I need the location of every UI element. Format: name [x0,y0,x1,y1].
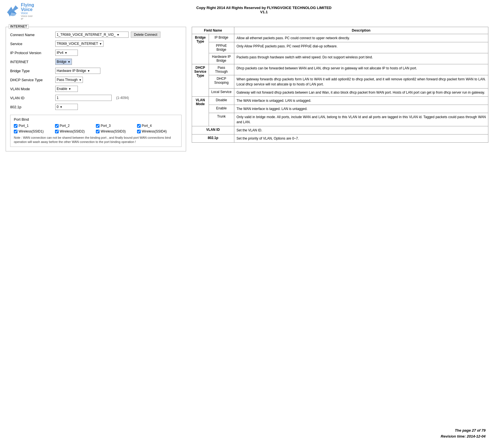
ip-protocol-label: IP Protocol Version [10,51,55,55]
dhcp-service-row: DHCP Service Type Pass Through ▼ [10,76,182,83]
table-row: Enable The WAN interface is tagged. LAN … [192,105,488,113]
dot1p-label: 802.1p [10,105,55,109]
footer-line1: The page 27 of 79 [441,428,486,434]
internet-label: INTERNET [10,60,55,64]
left-panel: INTERNET Connect Name 1_TR069_VOICE_INTE… [6,27,186,151]
local-service-cell: Local Service [209,89,234,97]
ip-protocol-value: IPv4 [57,51,63,55]
table-row: VLAN ID Set the VLAN ID. [192,126,488,134]
logo-flying-text: Flying Voice [21,3,34,12]
table-row: VLANMode Disable The WAN interface is un… [192,97,488,105]
delete-connect-button[interactable]: Delete Connect [131,32,160,38]
ip-bridge-desc: Allow all ethernet packets pass. PC coul… [234,34,488,42]
vlan-mode-value: Enable [57,87,67,91]
dot1p-select[interactable]: 0 ▼ [55,104,78,110]
ip-protocol-control: IPv4 ▼ [55,50,78,56]
local-service-desc: Gateway will not forward dhcp packets be… [234,89,488,97]
vlan-mode-row: VLAN Mode Enable ▼ [10,85,182,92]
ssid4-label: Wireless(SSID4) [142,129,167,133]
svg-point-1 [9,12,16,16]
ssid1-checkbox[interactable] [14,130,17,133]
dhcp-snooping-desc: When gateway forwards dhcp packets form … [234,75,488,89]
dhcp-service-select[interactable]: Pass Through ▼ [55,77,83,83]
ip-protocol-select[interactable]: IPv4 ▼ [55,50,78,56]
form-legend: INTERNET [9,24,28,29]
dhcp-snooping-cell: DHCP Snooping [209,75,234,89]
vlan-id-range: (1-4094) [116,96,129,100]
enable-desc: The WAN interface is tagged. LAN is unta… [234,105,488,113]
ssid4-item: Wireless(SSID4) [137,129,178,133]
ssid2-label: Wireless(SSID2) [60,129,85,133]
select-arrow-icon2: ▼ [99,42,102,45]
port1-checkbox[interactable] [14,124,17,128]
dhcp-service-control: Pass Through ▼ [55,77,83,83]
select-arrow-icon6: ▼ [79,78,82,81]
port-bind-note: Note : WAN connection can not be shared … [14,136,178,144]
vlan-mode-label: VLAN Mode [10,87,55,91]
port3-checkbox[interactable] [96,124,100,128]
connect-name-row: Connect Name 1_TR069_VOICE_INTERNET_R_VI… [10,31,182,38]
bridge-type-label: Bridge Type [10,69,55,73]
ssid1-label: Wireless(SSID1) [19,129,44,133]
logo-bird-icon [6,4,20,19]
dhcp-service-group-cell: DHCPServiceType [192,64,209,97]
port3-label: Port_3 [101,124,111,128]
ssid2-checkbox[interactable] [55,130,59,133]
ip-protocol-row: IP Protocol Version IPv4 ▼ [10,49,182,56]
logo-text-area: Flying Voice Voice Voice over IP [21,3,34,20]
dot1p-value: 0 [57,105,59,109]
pppoe-bridge-cell: PPPoE Bridge [209,42,234,53]
ssid3-checkbox[interactable] [96,130,100,133]
bridge-type-group-cell: BridgeType [192,34,209,64]
logo-tagline-text: Voice over IP [21,15,34,20]
port-bind-grid: Port_1 Port_2 Port_3 Port_4 [14,124,178,133]
ssid2-item: Wireless(SSID2) [55,129,96,133]
internet-row: INTERNET Bridge ▼ [10,58,182,65]
enable-cell: Enable [209,105,234,113]
table-row: Trunk Only valid in bridge mode. All por… [192,113,488,126]
select-arrow-icon7: ▼ [68,87,71,91]
col-description: Description [234,27,488,34]
version-text: V1.1 [39,10,488,14]
select-arrow-icon: ▼ [117,33,120,36]
ssid4-checkbox[interactable] [137,130,141,133]
trunk-desc: Only valid in bridge mode. All ports, in… [234,113,488,126]
dot1p-desc: Set the priority of VLAN, Options are 0~… [234,134,488,143]
table-row: Local Service Gateway will not forward d… [192,89,488,97]
info-table: Field Name Description BridgeType IP Bri… [192,27,488,143]
connect-name-label: Connect Name [10,33,55,37]
port4-item: Port_4 [137,124,178,128]
dot1p-row: 802.1p 0 ▼ [10,103,182,110]
connect-name-value: 1_TR069_VOICE_INTERNET_R_VID_ [57,33,116,37]
port4-checkbox[interactable] [137,124,141,128]
port2-checkbox[interactable] [55,124,59,128]
select-arrow-icon5: ▼ [87,69,90,72]
internet-select[interactable]: Bridge ▼ [55,59,72,65]
select-arrow-icon3: ▼ [65,51,67,54]
disable-desc: The WAN interface is untagged. LAN is un… [234,97,488,105]
connect-name-select[interactable]: 1_TR069_VOICE_INTERNET_R_VID_ ▼ [55,32,129,38]
port2-label: Port_2 [60,124,70,128]
header-right: Copy Right 2014 All Rights Reserved by F… [39,3,488,14]
port1-label: Port_1 [19,124,28,128]
copyright-text: Copy Right 2014 All Rights Reserved by F… [39,6,488,10]
logo-box: Flying Voice Voice Voice over IP [6,3,31,21]
dot1p-control: 0 ▼ [55,104,78,110]
vlan-id-control: (1-4094) [55,95,129,101]
hw-ip-bridge-cell: Hardware IP Bridge [209,53,234,64]
footer-line2: Revision time: 2014-12-04 [441,434,486,440]
trunk-cell: Trunk [209,113,234,126]
vlan-mode-group-cell: VLANMode [192,97,209,126]
ssid1-item: Wireless(SSID1) [14,129,55,133]
vlan-id-label: VLAN ID [10,96,55,100]
bridge-type-select[interactable]: Hardware IP Bridge ▼ [55,68,100,74]
vlan-id-input[interactable] [55,95,112,101]
vlan-mode-select[interactable]: Enable ▼ [55,86,78,92]
bridge-type-row: Bridge Type Hardware IP Bridge ▼ [10,67,182,74]
connect-name-control: 1_TR069_VOICE_INTERNET_R_VID_ ▼ Delete C… [55,32,160,38]
service-control: TR069_VOICE_INTERNET ▼ [55,41,103,47]
service-select[interactable]: TR069_VOICE_INTERNET ▼ [55,41,103,47]
table-row: DHCP Snooping When gateway forwards dhcp… [192,75,488,89]
bridge-type-control: Hardware IP Bridge ▼ [55,68,100,74]
dot1p-group-cell: 802.1p [192,134,234,143]
